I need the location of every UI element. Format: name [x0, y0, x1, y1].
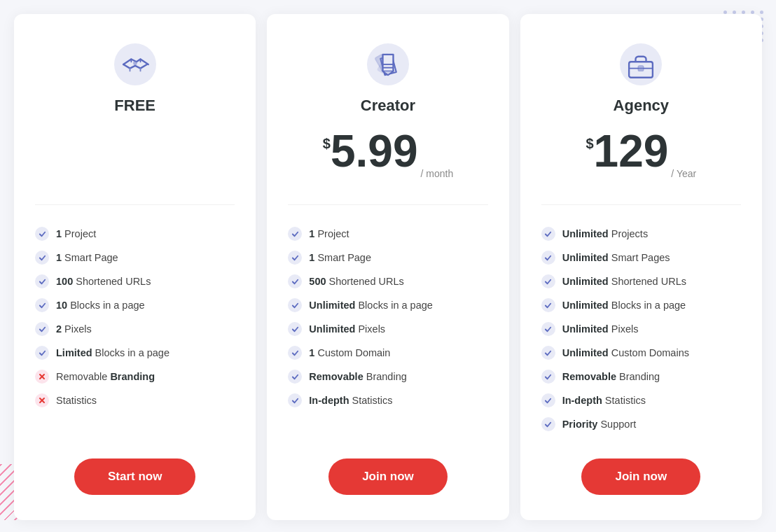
check-icon: [288, 393, 302, 407]
free-cta-button[interactable]: Start now: [74, 458, 195, 495]
list-item: In-depth Statistics: [288, 388, 487, 412]
list-item: In-depth Statistics: [541, 388, 741, 412]
check-icon: [541, 274, 555, 288]
creator-icon: [366, 42, 410, 87]
x-icon: [35, 370, 49, 384]
list-item: 500 Shortened URLs: [288, 270, 487, 293]
svg-rect-15: [639, 66, 644, 71]
feature-text: 100 Shortened URLs: [56, 276, 151, 287]
list-item: Unlimited Projects: [541, 222, 741, 246]
agency-price-currency: $: [586, 136, 593, 152]
agency-price-period: / Year: [671, 168, 696, 179]
feature-text: Unlimited Pixels: [562, 323, 639, 335]
list-item: Priority Support: [541, 412, 741, 436]
check-icon: [541, 417, 555, 431]
list-item: Unlimited Smart Pages: [541, 246, 741, 270]
agency-icon: [618, 42, 663, 87]
list-item: Unlimited Blocks in a page: [541, 293, 741, 317]
creator-price-period: / month: [420, 168, 453, 179]
list-item: 1 Project: [35, 222, 235, 246]
feature-text: Unlimited Projects: [562, 228, 648, 239]
feature-text: In-depth Statistics: [309, 395, 392, 406]
feature-text: Removable Branding: [562, 371, 660, 382]
check-icon: [541, 298, 555, 312]
feature-text: 1 Smart Page: [309, 252, 371, 263]
check-icon: [288, 370, 302, 384]
feature-text: Priority Support: [562, 419, 637, 430]
agency-price-amount: 129: [594, 129, 669, 174]
list-item: 1 Custom Domain: [288, 341, 487, 365]
list-item: Removable Branding: [288, 365, 487, 388]
feature-text: Limited Blocks in a page: [56, 347, 169, 358]
creator-price: $5.99/ month: [323, 129, 453, 185]
plan-card-agency: Agency$129/ Year Unlimited Projects Unli…: [520, 14, 762, 520]
check-icon: [541, 370, 555, 384]
feature-text: Unlimited Shortened URLs: [562, 276, 686, 287]
feature-text: 10 Blocks in a page: [56, 300, 145, 311]
check-icon: [35, 251, 49, 265]
feature-text: 1 Project: [309, 228, 349, 239]
agency-plan-name: Agency: [614, 97, 669, 115]
check-icon: [541, 227, 555, 241]
agency-features-list: Unlimited Projects Unlimited Smart Pages…: [541, 222, 741, 436]
plan-card-free: FREE 1 Project 1 Smart Page 100 Shortene…: [14, 14, 256, 520]
list-item: Unlimited Custom Domains: [541, 341, 741, 365]
list-item: Limited Blocks in a page: [35, 341, 235, 365]
check-icon: [288, 322, 302, 336]
feature-text: Unlimited Pixels: [309, 323, 385, 335]
feature-text: Removable Branding: [56, 371, 155, 382]
list-item: 100 Shortened URLs: [35, 270, 235, 293]
list-item: Unlimited Pixels: [541, 317, 741, 341]
svg-point-1: [133, 61, 137, 65]
check-icon: [35, 227, 49, 241]
creator-price-amount: 5.99: [331, 129, 418, 174]
creator-features-list: 1 Project 1 Smart Page 500 Shortened URL…: [288, 222, 487, 436]
pricing-container: FREE 1 Project 1 Smart Page 100 Shortene…: [14, 14, 762, 520]
check-icon: [541, 346, 555, 360]
feature-text: Unlimited Blocks in a page: [309, 300, 433, 311]
plan-card-creator: Creator$5.99/ month 1 Project 1 Smart Pa…: [267, 14, 508, 520]
creator-plan-name: Creator: [361, 97, 415, 115]
check-icon: [541, 322, 555, 336]
check-icon: [288, 274, 302, 288]
x-icon: [35, 393, 49, 407]
feature-text: 1 Project: [56, 228, 96, 239]
list-item: 2 Pixels: [35, 317, 235, 341]
feature-text: Unlimited Blocks in a page: [562, 300, 686, 311]
check-icon: [541, 251, 555, 265]
check-icon: [541, 393, 555, 407]
creator-price-currency: $: [323, 136, 331, 152]
list-item: 1 Project: [288, 222, 487, 246]
agency-divider: [541, 204, 741, 205]
list-item: 1 Smart Page: [288, 246, 487, 270]
feature-text: 1 Smart Page: [56, 252, 118, 263]
check-icon: [288, 298, 302, 312]
creator-cta-button[interactable]: Join now: [328, 458, 448, 495]
creator-divider: [288, 204, 487, 205]
list-item: Unlimited Blocks in a page: [288, 293, 487, 317]
list-item: Removable Branding: [35, 365, 235, 388]
list-item: 10 Blocks in a page: [35, 293, 235, 317]
free-features-list: 1 Project 1 Smart Page 100 Shortened URL…: [35, 222, 235, 436]
check-icon: [288, 251, 302, 265]
agency-cta-button[interactable]: Join now: [581, 458, 700, 495]
feature-text: 500 Shortened URLs: [309, 276, 403, 287]
check-icon: [35, 298, 49, 312]
feature-text: Removable Branding: [309, 371, 406, 382]
agency-price: $129/ Year: [586, 129, 696, 185]
check-icon: [35, 274, 49, 288]
list-item: Unlimited Shortened URLs: [541, 270, 741, 293]
free-icon: [113, 42, 158, 87]
check-icon: [288, 346, 302, 360]
check-icon: [35, 322, 49, 336]
free-plan-name: FREE: [114, 97, 155, 115]
list-item: 1 Smart Page: [35, 246, 235, 270]
feature-text: Unlimited Custom Domains: [562, 347, 689, 358]
feature-text: In-depth Statistics: [562, 395, 646, 406]
feature-text: 1 Custom Domain: [309, 347, 390, 358]
list-item: Statistics: [35, 388, 235, 412]
feature-text: 2 Pixels: [56, 323, 92, 335]
check-icon: [288, 227, 302, 241]
feature-text: Statistics: [56, 395, 97, 406]
list-item: Unlimited Pixels: [288, 317, 487, 341]
